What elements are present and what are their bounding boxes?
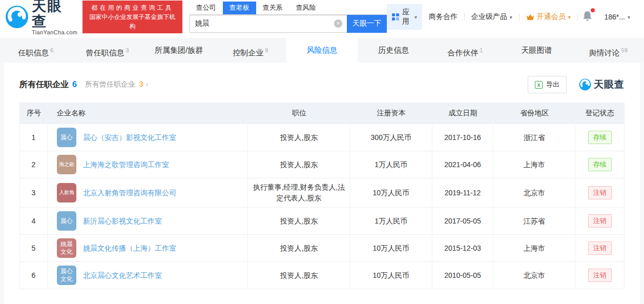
former-companies-link[interactable]: 所有曾任职企业 3 › xyxy=(85,80,148,89)
page-tab[interactable]: 天眼图谱 xyxy=(501,38,573,63)
enterprise-label: 企业级产品 xyxy=(471,12,507,22)
date-cell: 2010-05-05 xyxy=(432,262,494,289)
chevron-down-icon: ▾ xyxy=(414,14,417,20)
company-table-header: 序号企业名称职位注册资本成立日期省份地区登记状态 xyxy=(20,103,624,124)
search-tabs: 查公司查老板查关系查风险 xyxy=(190,2,387,15)
chevron-down-icon: ▾ xyxy=(510,14,512,20)
clear-input-icon[interactable]: × xyxy=(334,19,342,28)
page-tab[interactable]: 曾任职信息3 xyxy=(72,38,143,63)
page-tab-label: 曾任职信息 xyxy=(86,48,124,57)
company-logo: 晨心 文化 xyxy=(57,266,76,285)
capital-cell: 10万人民币 xyxy=(350,262,432,289)
promo-banner[interactable]: 都在用的商业查询工具 国家中小企业发展子基金旗下机构 xyxy=(82,1,182,33)
status-cell: 存续 xyxy=(575,151,624,178)
table-header-cell: 成立日期 xyxy=(432,103,494,124)
page-tab-count: 3 xyxy=(126,47,129,53)
notification-bell[interactable] xyxy=(577,11,597,23)
chevron-down-icon: ▾ xyxy=(628,14,630,20)
status-cell: 注销 xyxy=(575,235,624,261)
row-index: 4 xyxy=(20,208,48,234)
table-header-cell: 序号 xyxy=(20,103,48,124)
table-row: 1 晨心 晨心（安吉）影视文化工作室 投资人,股东 300万人民币 2017-1… xyxy=(20,124,624,151)
search-row: × 天眼一下 xyxy=(190,15,387,33)
company-logo: 入射角 xyxy=(57,183,76,202)
company-table: 序号企业名称职位注册资本成立日期省份地区登记状态 1 晨心 晨心（安吉）影视文化… xyxy=(19,103,625,289)
table-row: 4 晨心 新沂晨心影视文化工作室 投资人,股东 1万人民币 2017-05-05… xyxy=(20,207,624,234)
company-logo: 姚晨 文化 xyxy=(57,238,76,258)
company-link[interactable]: 姚晨文化传播（上海）工作室 xyxy=(83,243,176,254)
position-cell: 投资人,股东 xyxy=(248,262,350,289)
company-link[interactable]: 北京晨心文化艺术工作室 xyxy=(83,270,162,281)
status-badge: 注销 xyxy=(588,269,612,282)
page-tab[interactable]: 控制企业9 xyxy=(215,38,286,63)
former-companies-count: 3 xyxy=(139,80,143,88)
row-index: 1 xyxy=(20,124,48,151)
company-logo: 海之歌 xyxy=(57,155,76,174)
nav-enterprise-products[interactable]: 企业级产品 ▾ xyxy=(465,12,519,22)
bell-icon xyxy=(583,11,592,22)
page-tab[interactable]: 舆情讨论59 xyxy=(572,38,644,63)
company-logo: 晨心 xyxy=(57,211,76,231)
page-tab-count: 6 xyxy=(50,47,53,53)
page-tab[interactable]: 历史信息 xyxy=(358,38,429,63)
region-cell: 上海市 xyxy=(493,151,575,178)
capital-cell: 10万人民币 xyxy=(350,235,432,261)
company-link[interactable]: 北京入射角管理咨询有限公司 xyxy=(83,188,176,198)
page-tab-count: 59 xyxy=(621,47,628,53)
company-link[interactable]: 新沂晨心影视文化工作室 xyxy=(83,216,162,227)
tianyancha-logo[interactable]: 天眼查 TianYanCha.com xyxy=(5,0,77,35)
tianyancha-swirl-icon xyxy=(5,5,29,29)
status-badge: 存续 xyxy=(588,158,612,171)
search-tab[interactable]: 查风险 xyxy=(289,2,323,14)
position-cell: 投资人,股东 xyxy=(248,151,350,178)
watermark-logo: 天眼查 xyxy=(579,78,625,91)
page-tab[interactable]: 风险信息 xyxy=(286,38,358,63)
table-row: 5 姚晨 文化 姚晨文化传播（上海）工作室 投资人,股东 10万人民币 2015… xyxy=(20,234,624,261)
company-cell: 晨心 晨心（安吉）影视文化工作室 xyxy=(48,124,248,151)
date-cell: 2017-05-05 xyxy=(432,208,494,234)
table-header-cell: 注册资本 xyxy=(350,103,432,124)
apps-grid-icon xyxy=(392,13,399,21)
company-link[interactable]: 上海海之歌管理咨询工作室 xyxy=(83,159,169,170)
page-tab-label: 舆情讨论 xyxy=(589,48,620,57)
promo-line1: 都在用的商业查询工具 xyxy=(87,3,177,12)
apps-label: 应用 xyxy=(402,8,411,26)
account-menu[interactable]: 186*... ▾ xyxy=(597,13,637,21)
page-tab-count: 1 xyxy=(480,47,483,53)
search-button[interactable]: 天眼一下 xyxy=(347,15,387,33)
table-row: 3 入射角 北京入射角管理咨询有限公司 执行董事,经理,财务负责人,法定代表人,… xyxy=(20,178,624,207)
page-tab-label: 风险信息 xyxy=(307,46,338,54)
apps-menu[interactable]: 应用 ▾ xyxy=(387,4,422,30)
tianyancha-swirl-icon xyxy=(579,78,591,91)
page-tab[interactable]: 任职信息6 xyxy=(0,38,72,63)
page-tab[interactable]: 合作伙伴1 xyxy=(429,38,501,63)
company-link[interactable]: 晨心（安吉）影视文化工作室 xyxy=(83,132,176,143)
table-header-cell: 登记状态 xyxy=(575,103,624,124)
content-wrap: 所有任职企业 6 所有曾任职企业 3 › x 导出 天眼查 序号企业名称 xyxy=(0,63,644,304)
search-tab[interactable]: 查公司 xyxy=(190,2,223,14)
section-header: 所有任职企业 6 所有曾任职企业 3 › x 导出 天眼查 xyxy=(19,76,625,93)
page-tab-count: 9 xyxy=(265,47,268,53)
section-title: 所有任职企业 xyxy=(19,79,69,90)
excel-icon: x xyxy=(535,81,543,89)
nav-biz-cooperation[interactable]: 商务合作 xyxy=(422,12,464,22)
row-index: 2 xyxy=(20,151,48,178)
notification-dot xyxy=(591,8,595,12)
page-tab[interactable]: 所属集团/族群 xyxy=(143,38,215,63)
status-cell: 存续 xyxy=(575,124,624,151)
nav-open-vip[interactable]: 开通会员 ▾ xyxy=(520,12,577,22)
top-header: 天眼查 TianYanCha.com 都在用的商业查询工具 国家中小企业发展子基… xyxy=(0,0,644,34)
export-button[interactable]: x 导出 xyxy=(528,76,567,93)
watermark-text: 天眼查 xyxy=(594,78,625,91)
status-cell: 注销 xyxy=(575,208,624,234)
search-input[interactable] xyxy=(190,19,347,28)
search-tab[interactable]: 查关系 xyxy=(256,2,289,14)
search-tab[interactable]: 查老板 xyxy=(223,2,256,14)
top-nav: 应用 ▾ 商务合作 企业级产品 ▾ 开通会员 ▾ 186*... ▾ xyxy=(387,4,637,30)
table-row: 6 晨心 文化 北京晨心文化艺术工作室 投资人,股东 10万人民币 2010-0… xyxy=(20,261,624,289)
region-cell: 上海市 xyxy=(493,235,575,261)
company-cell: 海之歌 上海海之歌管理咨询工作室 xyxy=(48,151,248,178)
vip-label: 开通会员 xyxy=(537,12,566,22)
company-cell: 晨心 新沂晨心影视文化工作室 xyxy=(48,208,248,234)
row-index: 6 xyxy=(20,262,48,289)
